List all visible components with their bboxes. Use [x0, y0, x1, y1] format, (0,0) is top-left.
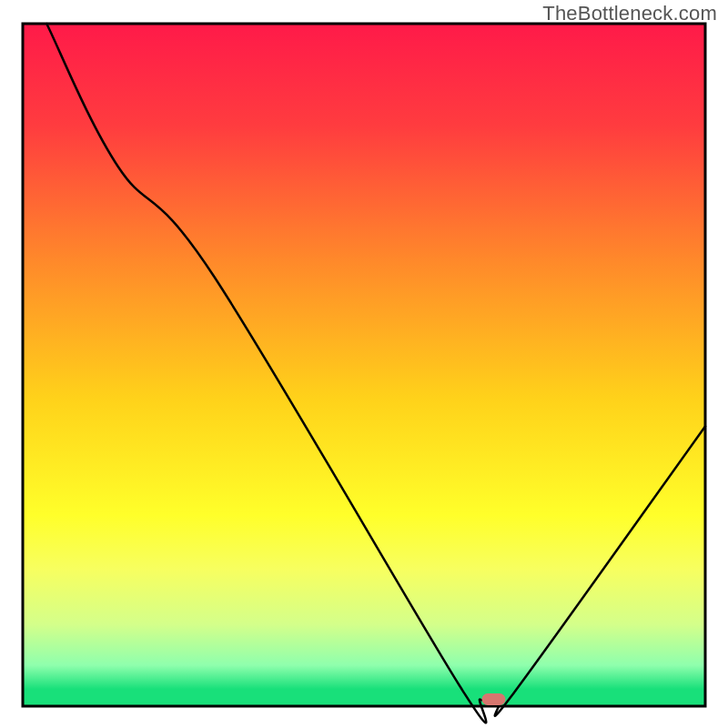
plot-area — [23, 24, 705, 723]
watermark-label: TheBottleneck.com — [542, 2, 717, 25]
chart-container: TheBottleneck.com — [0, 0, 728, 728]
optimal-point-marker — [482, 693, 506, 705]
gradient-background — [23, 24, 705, 706]
bottleneck-chart — [0, 0, 728, 728]
